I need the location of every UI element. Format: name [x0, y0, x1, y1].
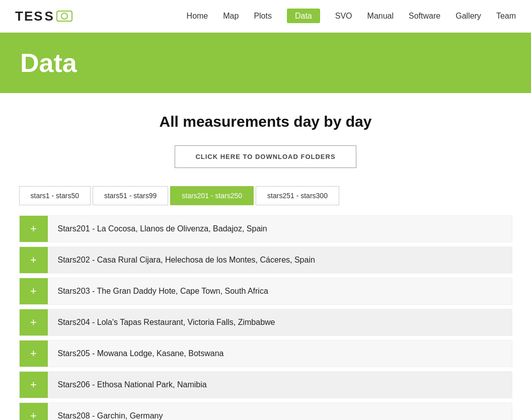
hero-banner: Data — [0, 33, 531, 93]
logo-text: TES — [15, 9, 44, 24]
nav-item-map[interactable]: Map — [223, 12, 239, 21]
nav-item-svo[interactable]: SVO — [335, 12, 352, 21]
nav-item-plots[interactable]: Plots — [254, 12, 272, 21]
nav-link-data[interactable]: Data — [287, 9, 320, 23]
logo-icon — [56, 11, 72, 22]
tabs: stars1 - stars50stars51 - stars99stars20… — [19, 186, 512, 205]
tab-stars201---stars250[interactable]: stars201 - stars250 — [170, 186, 254, 205]
nav-link-team[interactable]: Team — [496, 12, 516, 20]
list-item: +Stars203 - The Gran Daddy Hote, Cape To… — [19, 278, 512, 305]
nav-link-software[interactable]: Software — [409, 12, 440, 20]
star-label: Stars203 - The Gran Daddy Hote, Cape Tow… — [48, 280, 278, 303]
nav-item-team[interactable]: Team — [496, 12, 516, 21]
hero-title: Data — [20, 48, 511, 78]
nav-item-gallery[interactable]: Gallery — [456, 12, 481, 21]
section-title: All measurements day by day — [19, 113, 512, 130]
nav-link-map[interactable]: Map — [223, 12, 239, 20]
star-label: Stars201 - La Cocosa, Llanos de Olivenza… — [48, 217, 277, 240]
tab-stars1---stars50[interactable]: stars1 - stars50 — [19, 186, 91, 205]
star-label: Stars205 - Mowana Lodge, Kasane, Botswan… — [48, 342, 234, 365]
list-item: +Stars206 - Ethosa National Park, Namibi… — [19, 371, 512, 398]
star-label: Stars206 - Ethosa National Park, Namibia — [48, 373, 217, 396]
list-item: +Stars205 - Mowana Lodge, Kasane, Botswa… — [19, 340, 512, 367]
nav-link-home[interactable]: Home — [187, 12, 208, 20]
star-label: Stars202 - Casa Rural Cijara, Helechosa … — [48, 248, 325, 272]
list-item: +Stars208 - Garchin, Germany — [19, 402, 512, 420]
nav-link-manual[interactable]: Manual — [367, 12, 394, 20]
expand-button-stars202[interactable]: + — [20, 247, 48, 273]
nav-item-software[interactable]: Software — [409, 12, 440, 21]
main-content: All measurements day by day CLICK HERE T… — [9, 93, 522, 420]
expand-button-stars201[interactable]: + — [20, 216, 48, 242]
tab-stars251---stars300[interactable]: stars251 - stars300 — [256, 186, 339, 205]
logo-text2: S — [45, 9, 54, 24]
navigation: TESS HomeMapPlotsDataSVOManualSoftwareGa… — [0, 0, 531, 33]
download-button[interactable]: CLICK HERE TO DOWNLOAD FOLDERS — [175, 145, 356, 168]
nav-link-svo[interactable]: SVO — [335, 12, 352, 20]
nav-item-data[interactable]: Data — [287, 12, 320, 21]
nav-item-home[interactable]: Home — [187, 12, 208, 21]
expand-button-stars204[interactable]: + — [20, 309, 48, 335]
download-button-wrap: CLICK HERE TO DOWNLOAD FOLDERS — [19, 145, 512, 168]
logo: TESS — [15, 9, 72, 24]
expand-button-stars205[interactable]: + — [20, 341, 48, 367]
star-label: Stars204 - Lola's Tapas Restaurant, Vict… — [48, 311, 285, 334]
star-list: +Stars201 - La Cocosa, Llanos de Olivenz… — [19, 215, 512, 420]
expand-button-stars208[interactable]: + — [20, 403, 48, 420]
list-item: +Stars202 - Casa Rural Cijara, Helechosa… — [19, 246, 512, 274]
nav-link-gallery[interactable]: Gallery — [456, 12, 481, 20]
expand-button-stars206[interactable]: + — [20, 372, 48, 398]
nav-link-plots[interactable]: Plots — [254, 12, 272, 20]
list-item: +Stars204 - Lola's Tapas Restaurant, Vic… — [19, 309, 512, 336]
star-label: Stars208 - Garchin, Germany — [48, 404, 173, 420]
nav-item-manual[interactable]: Manual — [367, 12, 394, 21]
list-item: +Stars201 - La Cocosa, Llanos de Olivenz… — [19, 215, 512, 242]
expand-button-stars203[interactable]: + — [20, 278, 48, 304]
tab-stars51---stars99[interactable]: stars51 - stars99 — [93, 186, 168, 205]
nav-links: HomeMapPlotsDataSVOManualSoftwareGallery… — [187, 12, 516, 21]
